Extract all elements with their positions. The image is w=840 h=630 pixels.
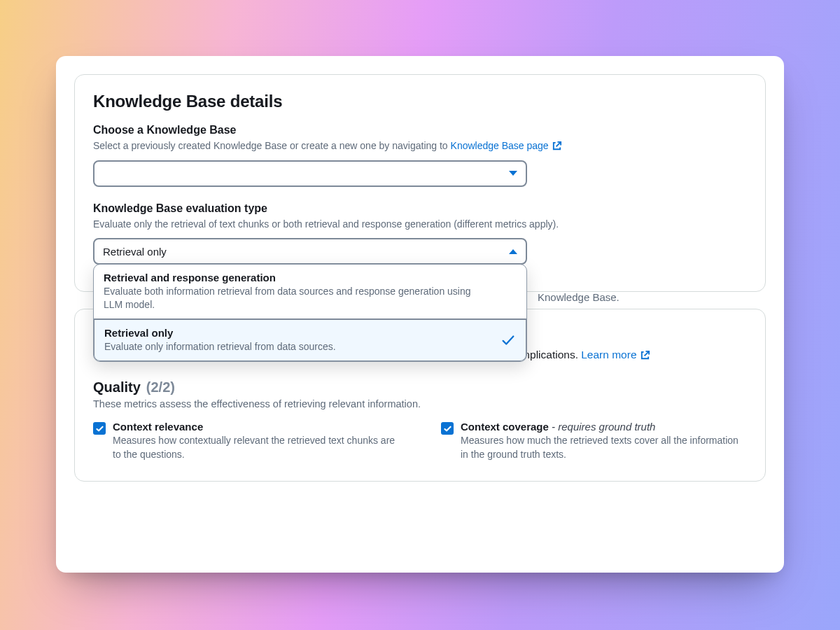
kb-select[interactable] [93, 160, 527, 187]
choose-kb-desc: Select a previously created Knowledge Ba… [93, 139, 747, 153]
quality-title: Quality [93, 379, 141, 396]
external-link-icon [552, 141, 562, 151]
check-icon [95, 424, 104, 433]
metric-context-relevance: Context relevance Measures how contextua… [93, 421, 399, 461]
kb-details-panel: Knowledge Base details Choose a Knowledg… [74, 74, 766, 292]
kb-page-link-text: Knowledge Base page [451, 139, 549, 153]
quality-title-row: Quality (2/2) [93, 379, 747, 396]
caret-up-icon [509, 249, 517, 254]
metrics-grid: Context relevance Measures how contextua… [93, 421, 747, 461]
context-relevance-checkbox[interactable] [93, 422, 106, 435]
eval-option-1-desc: Evaluate only information retrieval from… [104, 340, 516, 354]
caret-down-icon [509, 171, 517, 176]
learn-more-link[interactable]: Learn more [581, 349, 650, 361]
eval-type-desc: Evaluate only the retrieval of text chun… [93, 218, 747, 232]
quality-count: (2/2) [146, 379, 175, 396]
eval-type-hint: Knowledge Base. [538, 291, 620, 303]
config-card: Knowledge Base details Choose a Knowledg… [56, 56, 784, 573]
quality-desc: These metrics assess the effectiveness o… [93, 398, 747, 410]
eval-option-retrieval-only[interactable]: Retrieval only Evaluate only information… [93, 318, 527, 362]
kb-page-link[interactable]: Knowledge Base page [451, 139, 562, 153]
eval-option-0-title: Retrieval and response generation [104, 272, 517, 284]
eval-type-dropdown: Retrieval and response generation Evalua… [93, 264, 527, 362]
metric-0-desc: Measures how contextually relevant the r… [113, 434, 399, 461]
eval-type-select[interactable]: Retrieval only [93, 238, 527, 265]
check-icon [500, 332, 516, 348]
learn-more-text: Learn more [581, 349, 636, 361]
check-icon [443, 424, 452, 433]
eval-type-field: Knowledge Base evaluation type Evaluate … [93, 202, 747, 265]
eval-option-retrieval-and-generation[interactable]: Retrieval and response generation Evalua… [94, 265, 526, 319]
eval-type-label: Knowledge Base evaluation type [93, 202, 747, 215]
context-coverage-checkbox[interactable] [441, 422, 454, 435]
metric-0-name: Context relevance [113, 421, 399, 433]
choose-kb-label: Choose a Knowledge Base [93, 124, 747, 136]
choose-kb-desc-text: Select a previously created Knowledge Ba… [93, 140, 451, 151]
eval-option-0-desc: Evaluate both information retrieval from… [104, 285, 517, 312]
choose-kb-field: Choose a Knowledge Base Select a previou… [93, 124, 747, 187]
metric-1-name: Context coverage - requires ground truth [461, 421, 747, 433]
eval-type-select-value: Retrieval only [103, 246, 167, 258]
metric-1-desc: Measures how much the retrieved texts co… [461, 434, 747, 461]
kb-details-title: Knowledge Base details [93, 92, 747, 111]
eval-option-1-title: Retrieval only [104, 327, 516, 339]
external-link-icon [640, 350, 650, 360]
metric-context-coverage: Context coverage - requires ground truth… [441, 421, 747, 461]
